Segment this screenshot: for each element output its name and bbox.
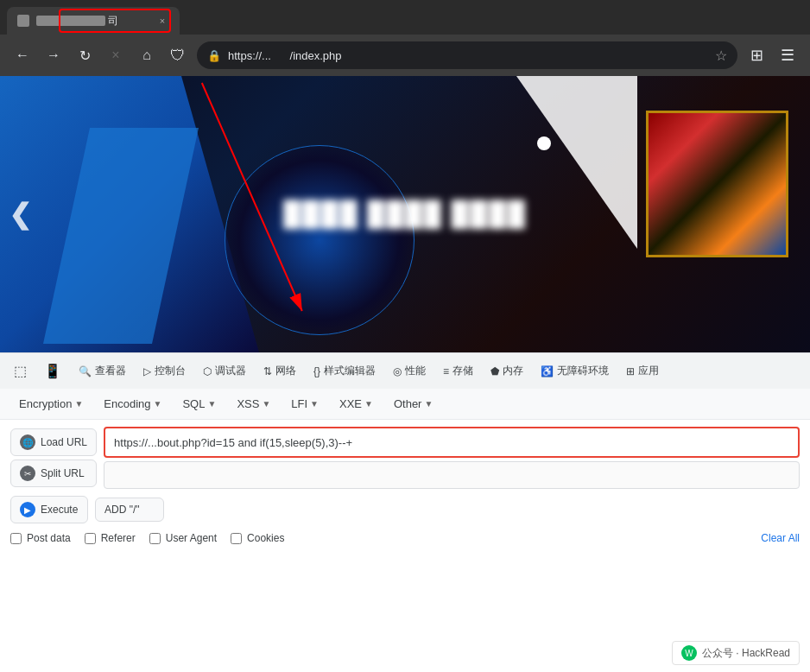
- perf-label: 性能: [405, 364, 426, 378]
- split-url-button[interactable]: ✂ Split URL: [10, 460, 97, 487]
- execute-icon: ▶: [20, 502, 35, 517]
- url-display: https://... /index.php: [228, 49, 342, 62]
- wechat-label: 公众号 · HackRead: [702, 646, 790, 661]
- referer-checkbox[interactable]: [85, 533, 96, 544]
- execute-label: Execute: [41, 504, 78, 516]
- cookies-label: Cookies: [247, 532, 284, 544]
- console-icon: ▷: [143, 365, 151, 377]
- menu-sql[interactable]: SQL ▼: [174, 394, 225, 414]
- blurred-text: ████ ████ ████: [283, 200, 527, 228]
- debugger-label: 调试器: [215, 364, 246, 378]
- execute-button[interactable]: ▶ Execute: [10, 496, 88, 523]
- xxe-arrow-icon: ▼: [364, 399, 373, 409]
- shield-icon: 🛡: [166, 43, 190, 67]
- url-input[interactable]: [104, 427, 800, 458]
- network-icon: ⇅: [263, 365, 272, 377]
- debugger-icon: ⬡: [203, 365, 212, 377]
- browser-tab[interactable]: 司 ×: [7, 7, 180, 35]
- style-label: 样式编辑器: [324, 364, 376, 378]
- devtools-tab-network[interactable]: ⇅ 网络: [256, 360, 303, 382]
- app-label: 应用: [638, 364, 659, 378]
- home-button[interactable]: ⌂: [135, 43, 159, 67]
- encryption-arrow-icon: ▼: [74, 399, 83, 409]
- devtools-tab-style-editor[interactable]: {} 样式编辑器: [307, 360, 383, 382]
- execute-row: ▶ Execute ADD "/": [10, 496, 800, 523]
- tab-highlight-box: [59, 9, 171, 33]
- load-url-button[interactable]: 🌐 Load URL: [10, 428, 97, 456]
- menu-encryption[interactable]: Encryption ▼: [10, 394, 92, 414]
- referer-checkbox-label[interactable]: Referer: [85, 532, 136, 544]
- devtools-toolbar: ⬚ 📱 🔍 查看器 ▷ 控制台 ⬡ 调试器 ⇅ 网络 {} 样式编辑器 ◎ 性能…: [0, 352, 810, 389]
- address-bar[interactable]: 🔒 https://... /index.php ☆: [197, 41, 737, 69]
- other-label: Other: [394, 397, 422, 410]
- inspector-label: 查看器: [95, 364, 126, 378]
- reload-button[interactable]: ↻: [73, 43, 97, 67]
- nav-bar: ← → ↻ × ⌂ 🛡 🔒 https://... /index.php ☆ ⊞…: [0, 35, 810, 76]
- style-icon: {}: [313, 365, 320, 377]
- user-agent-checkbox[interactable]: [149, 533, 161, 544]
- storage-icon: ≡: [443, 365, 449, 377]
- devtools-tab-console[interactable]: ▷ 控制台: [136, 360, 193, 382]
- menu-xxe[interactable]: XXE ▼: [331, 394, 382, 414]
- xss-arrow-icon: ▼: [262, 399, 270, 409]
- lfi-label: LFI: [291, 397, 307, 410]
- left-buttons: 🌐 Load URL ✂ Split URL: [10, 428, 97, 487]
- devtools-tab-application[interactable]: ⊞ 应用: [619, 360, 666, 382]
- extensions-icon[interactable]: ⊞: [744, 43, 769, 67]
- menu-xss[interactable]: XSS ▼: [228, 394, 279, 414]
- url-row: 🌐 Load URL ✂ Split URL: [10, 427, 800, 489]
- devtools-inspect-icon[interactable]: ⬚: [7, 359, 34, 383]
- lfi-arrow-icon: ▼: [310, 399, 319, 409]
- storage-label: 存储: [452, 364, 473, 378]
- console-label: 控制台: [155, 364, 186, 378]
- devtools-tab-debugger[interactable]: ⬡ 调试器: [196, 360, 253, 382]
- a11y-icon: ♿: [541, 365, 554, 377]
- nav-arrow-left[interactable]: ❮: [9, 198, 32, 231]
- load-url-label: Load URL: [41, 436, 87, 448]
- add-slash-button[interactable]: ADD "/": [95, 498, 164, 522]
- wechat-icon: W: [681, 645, 697, 661]
- hack-menu-bar: Encryption ▼ Encoding ▼ SQL ▼ XSS ▼ LFI …: [0, 389, 810, 420]
- url-input-second[interactable]: [104, 461, 800, 489]
- devtools-tab-inspector[interactable]: 🔍 查看器: [72, 360, 133, 382]
- clear-all-link[interactable]: Clear All: [761, 532, 800, 544]
- cookies-checkbox-label[interactable]: Cookies: [231, 532, 284, 544]
- devtools-tab-performance[interactable]: ◎ 性能: [386, 360, 433, 382]
- pixel-art: [646, 111, 788, 257]
- forward-button[interactable]: →: [41, 43, 66, 67]
- back-button[interactable]: ←: [10, 43, 35, 67]
- menu-encoding[interactable]: Encoding ▼: [95, 394, 170, 414]
- lock-icon: 🔒: [207, 49, 221, 62]
- post-data-checkbox[interactable]: [10, 533, 22, 544]
- add-slash-label: ADD "/": [104, 504, 140, 516]
- inspector-icon: 🔍: [79, 365, 92, 377]
- bg-circle: [225, 145, 414, 335]
- wechat-badge: W 公众号 · HackRead: [672, 641, 800, 665]
- network-label: 网络: [275, 364, 296, 378]
- app-icon: ⊞: [626, 365, 635, 377]
- devtools-responsive-icon[interactable]: 📱: [37, 359, 68, 383]
- devtools-tab-accessibility[interactable]: ♿ 无障碍环境: [534, 360, 616, 382]
- stop-button[interactable]: ×: [104, 43, 128, 67]
- post-data-checkbox-label[interactable]: Post data: [10, 532, 71, 544]
- profile-icon[interactable]: ☰: [775, 43, 800, 67]
- devtools-tab-memory[interactable]: ⬟ 内存: [484, 360, 530, 382]
- xss-label: XSS: [237, 397, 259, 410]
- tab-bar: 司 ×: [0, 0, 810, 35]
- other-arrow-icon: ▼: [424, 399, 433, 409]
- user-agent-checkbox-label[interactable]: User Agent: [149, 532, 217, 544]
- bookmark-icon[interactable]: ☆: [715, 48, 727, 64]
- encoding-arrow-icon: ▼: [154, 399, 162, 409]
- memory-icon: ⬟: [490, 365, 499, 377]
- encoding-label: Encoding: [104, 397, 150, 410]
- devtools-tab-storage[interactable]: ≡ 存储: [436, 360, 480, 382]
- split-url-label: Split URL: [41, 467, 85, 479]
- cookies-checkbox[interactable]: [231, 533, 242, 544]
- menu-other[interactable]: Other ▼: [385, 394, 441, 414]
- website-content: ████ ████ ████ ❮: [0, 76, 810, 352]
- referer-label: Referer: [101, 532, 136, 544]
- split-url-icon: ✂: [20, 466, 35, 481]
- memory-label: 内存: [503, 364, 523, 378]
- perf-icon: ◎: [393, 365, 402, 377]
- menu-lfi[interactable]: LFI ▼: [282, 394, 327, 414]
